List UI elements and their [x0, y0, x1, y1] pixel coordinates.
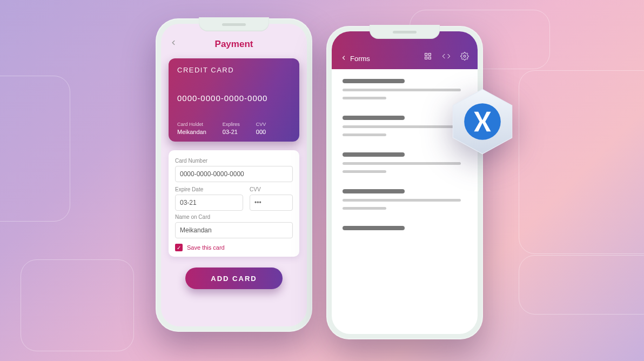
- card-cvv-label: CVV: [256, 122, 266, 127]
- placeholder-line: [343, 199, 461, 202]
- placeholder-line: [343, 133, 386, 136]
- svg-rect-0: [425, 54, 427, 56]
- svg-rect-1: [428, 54, 431, 56]
- svg-rect-3: [428, 57, 431, 59]
- card-cvv-value: 000: [256, 129, 266, 135]
- name-on-card-label: Name on Card: [175, 214, 293, 220]
- name-on-card-input[interactable]: [175, 222, 293, 238]
- form-group: [343, 189, 467, 210]
- placeholder-heading: [343, 152, 405, 157]
- code-icon[interactable]: [442, 52, 451, 63]
- forms-title: Forms: [350, 55, 370, 63]
- credit-card-preview: CREDIT CARD 0000-0000-0000-0000 Card Hol…: [169, 58, 299, 142]
- cvv-input[interactable]: [250, 195, 293, 211]
- form-group: [343, 226, 467, 230]
- payment-form: Card Number Expire Date CVV Name on Card: [169, 150, 299, 257]
- placeholder-heading: [343, 79, 405, 83]
- placeholder-line: [343, 125, 461, 128]
- save-card-label: Save this card: [187, 244, 225, 251]
- svg-point-4: [464, 55, 466, 57]
- placeholder-line: [343, 97, 386, 99]
- phone-notch: [370, 25, 440, 39]
- card-holder-label: Card Holdet: [177, 122, 206, 127]
- cvv-label: CVV: [250, 186, 293, 192]
- placeholder-line: [343, 89, 461, 91]
- xamarin-icon: [447, 86, 518, 157]
- save-card-checkbox[interactable]: ✓: [175, 244, 183, 251]
- phone-payment: Payment CREDIT CARD 0000-0000-0000-0000 …: [156, 18, 312, 332]
- credit-card-number: 0000-0000-0000-0000: [177, 93, 291, 103]
- phone-notch: [199, 17, 269, 31]
- gear-icon[interactable]: [460, 52, 469, 63]
- credit-card-title: CREDIT CARD: [177, 66, 291, 74]
- card-expires-value: 03-21: [223, 129, 240, 135]
- back-icon[interactable]: [170, 39, 177, 49]
- card-number-input[interactable]: [175, 166, 293, 182]
- grid-icon[interactable]: [424, 52, 432, 63]
- card-holder-value: Meikandan: [177, 129, 206, 135]
- add-card-button[interactable]: ADD CARD: [185, 268, 283, 289]
- page-title: Payment: [215, 39, 253, 50]
- placeholder-heading: [343, 116, 405, 120]
- placeholder-line: [343, 170, 386, 173]
- placeholder-line: [343, 207, 386, 210]
- placeholder-heading: [343, 189, 405, 193]
- expire-date-input[interactable]: [175, 195, 243, 211]
- card-number-label: Card Number: [175, 158, 293, 164]
- phone-forms: Forms: [326, 26, 483, 339]
- placeholder-heading: [343, 226, 405, 230]
- expire-date-label: Expire Date: [175, 186, 243, 192]
- svg-rect-2: [425, 57, 427, 59]
- back-icon[interactable]: [340, 54, 347, 63]
- card-expires-label: Explires: [223, 122, 240, 127]
- placeholder-line: [343, 162, 461, 165]
